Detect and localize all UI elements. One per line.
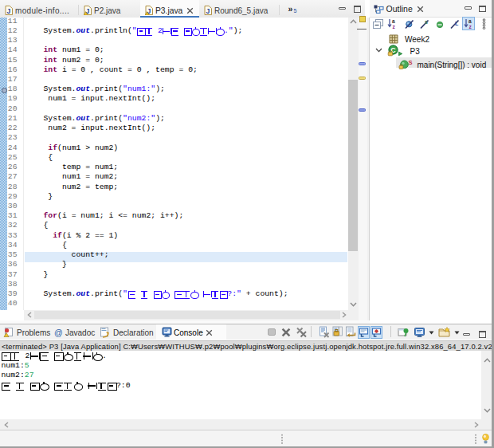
svg-text:J: J <box>206 7 210 15</box>
svg-text:z: z <box>469 24 472 29</box>
svg-text:S: S <box>409 59 413 66</box>
svg-text:J: J <box>7 7 11 15</box>
svg-text:L: L <box>455 20 459 26</box>
svg-text:s: s <box>425 19 428 25</box>
svg-text:z: z <box>393 24 396 29</box>
